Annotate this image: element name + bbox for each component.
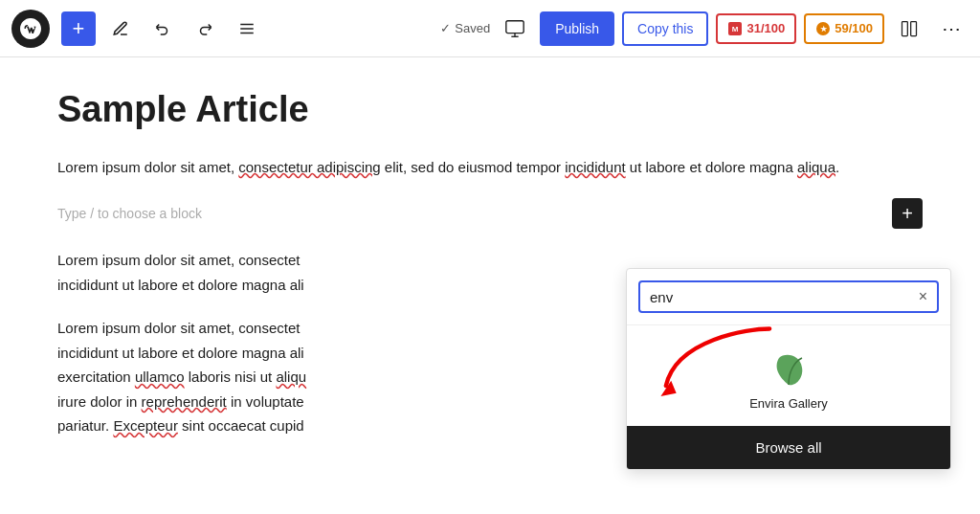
score-orange-value: 59/100: [835, 21, 873, 35]
search-input-wrap: ×: [638, 280, 939, 313]
clear-icon: ×: [919, 288, 927, 305]
popup-search-area: ×: [627, 269, 950, 325]
score-red-icon: M: [727, 21, 743, 36]
preview-button[interactable]: [498, 11, 532, 46]
leaf-icon: [769, 350, 808, 389]
block-search-popup: × Env: [626, 268, 951, 470]
publish-button[interactable]: Publish: [540, 11, 614, 46]
check-icon: ✓: [440, 21, 451, 35]
score-orange-icon: ★: [815, 21, 831, 36]
envira-gallery-result[interactable]: Envira Gallery: [742, 341, 835, 418]
svg-rect-10: [902, 21, 908, 35]
svg-rect-11: [911, 21, 917, 35]
editor-wrap: Sample Article Lorem ipsum dolor sit ame…: [0, 57, 980, 514]
toolbar: + ✓ Saved Publish Copy this M: [0, 0, 980, 57]
svg-text:★: ★: [820, 25, 828, 34]
add-block-toolbar-button[interactable]: +: [61, 11, 96, 46]
wordpress-logo: [11, 10, 50, 48]
redo-icon: [196, 20, 213, 37]
block-search-input[interactable]: [650, 289, 919, 305]
score-red-badge[interactable]: M 31/100: [716, 13, 796, 44]
svg-text:M: M: [732, 25, 739, 34]
svg-rect-3: [506, 20, 523, 33]
score-orange-badge[interactable]: ★ 59/100: [804, 13, 884, 44]
undo-button[interactable]: [145, 11, 180, 46]
saved-status: ✓ Saved: [440, 21, 490, 35]
columns-icon: [900, 19, 919, 38]
monitor-icon: [504, 18, 525, 39]
wp-logo-icon: [20, 18, 41, 39]
add-block-inline-button[interactable]: +: [892, 198, 923, 229]
paragraph-1: Lorem ipsum dolor sit amet, consectetur …: [57, 155, 923, 180]
pen-tool-button[interactable]: [103, 11, 138, 46]
redo-button[interactable]: [188, 11, 222, 46]
editor-content: Sample Article Lorem ipsum dolor sit ame…: [0, 57, 980, 514]
score-red-value: 31/100: [746, 21, 785, 35]
more-options-button[interactable]: ⋯: [934, 11, 969, 46]
svg-marker-12: [660, 381, 676, 396]
columns-view-button[interactable]: [892, 11, 926, 46]
popup-results: Envira Gallery: [627, 325, 950, 426]
article-title: Sample Article: [57, 88, 923, 132]
block-chooser-row: Type / to choose a block +: [57, 198, 923, 229]
saved-label: Saved: [455, 21, 490, 35]
search-clear-button[interactable]: ×: [919, 288, 927, 305]
copy-this-button[interactable]: Copy this: [622, 11, 708, 46]
list-view-button[interactable]: [230, 11, 264, 46]
envira-gallery-icon: [768, 348, 810, 391]
more-icon: ⋯: [942, 17, 961, 40]
block-result-label: Envira Gallery: [749, 396, 828, 411]
undo-icon: [154, 20, 171, 37]
browse-all-button[interactable]: Browse all: [627, 426, 950, 469]
list-view-icon: [238, 20, 256, 37]
pen-icon: [112, 20, 129, 37]
add-icon: +: [73, 16, 85, 41]
block-hint-text: Type / to choose a block: [57, 206, 202, 221]
